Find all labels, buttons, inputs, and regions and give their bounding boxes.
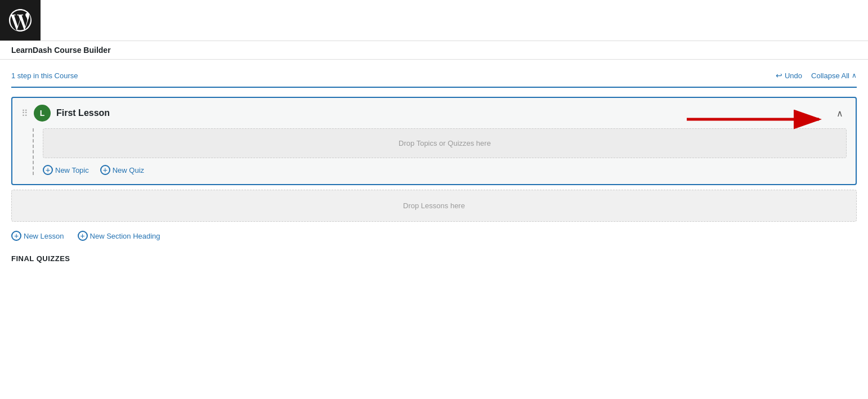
lesson-card: ⠿ L First Lesson ∧ Drop Topics or Quizze… xyxy=(11,97,857,185)
chevron-up-icon: ∧ xyxy=(852,71,857,79)
new-lesson-plus-icon: + xyxy=(11,231,21,241)
new-topic-label: New Topic xyxy=(55,166,89,174)
bottom-add-buttons: + New Lesson + New Section Heading xyxy=(11,231,857,241)
new-quiz-button[interactable]: + New Quiz xyxy=(100,165,144,175)
lesson-header-left: ⠿ L First Lesson xyxy=(21,105,110,122)
collapse-all-label: Collapse All xyxy=(811,71,849,80)
undo-button[interactable]: ↩ Undo xyxy=(776,71,802,80)
course-actions: ↩ Undo Collapse All ∧ xyxy=(776,71,857,80)
page-title: LearnDash Course Builder xyxy=(11,46,857,55)
new-quiz-plus-icon: + xyxy=(100,165,110,175)
top-bar xyxy=(0,0,868,41)
drag-handle-icon[interactable]: ⠿ xyxy=(21,108,28,119)
page-title-row: LearnDash Course Builder xyxy=(0,41,868,60)
collapse-chevron-icon: ∧ xyxy=(836,109,843,118)
steps-count: 1 step in this Course xyxy=(11,71,78,80)
final-quizzes-heading: FINAL QUIZZES xyxy=(11,254,857,263)
new-quiz-label: New Quiz xyxy=(113,166,144,174)
new-section-heading-label: New Section Heading xyxy=(90,232,160,240)
new-section-heading-button[interactable]: + New Section Heading xyxy=(78,231,160,241)
new-lesson-label: New Lesson xyxy=(24,232,64,240)
collapse-all-button[interactable]: Collapse All ∧ xyxy=(811,71,857,80)
lesson-header: ⠿ L First Lesson ∧ xyxy=(21,105,847,122)
new-topic-button[interactable]: + New Topic xyxy=(43,165,89,175)
undo-icon: ↩ xyxy=(776,71,782,80)
new-topic-plus-icon: + xyxy=(43,165,53,175)
drop-lessons-text: Drop Lessons here xyxy=(403,201,465,210)
new-lesson-button[interactable]: + New Lesson xyxy=(11,231,64,241)
drop-topics-text: Drop Topics or Quizzes here xyxy=(399,139,491,147)
new-section-plus-icon: + xyxy=(78,231,88,241)
drop-topics-zone: Drop Topics or Quizzes here xyxy=(43,128,847,158)
lesson-title: First Lesson xyxy=(56,108,110,118)
course-stats-row: 1 step in this Course ↩ Undo Collapse Al… xyxy=(11,71,857,88)
lesson-type-icon: L xyxy=(34,105,51,122)
main-content: 1 step in this Course ↩ Undo Collapse Al… xyxy=(0,60,868,274)
lesson-content: Drop Topics or Quizzes here + New Topic … xyxy=(33,128,847,175)
wordpress-icon xyxy=(9,9,32,32)
undo-label: Undo xyxy=(785,71,802,80)
lesson-add-buttons: + New Topic + New Quiz xyxy=(43,165,847,175)
wp-logo xyxy=(0,0,41,41)
lesson-collapse-button[interactable]: ∧ xyxy=(833,107,847,120)
drop-lessons-zone: Drop Lessons here xyxy=(11,190,857,222)
